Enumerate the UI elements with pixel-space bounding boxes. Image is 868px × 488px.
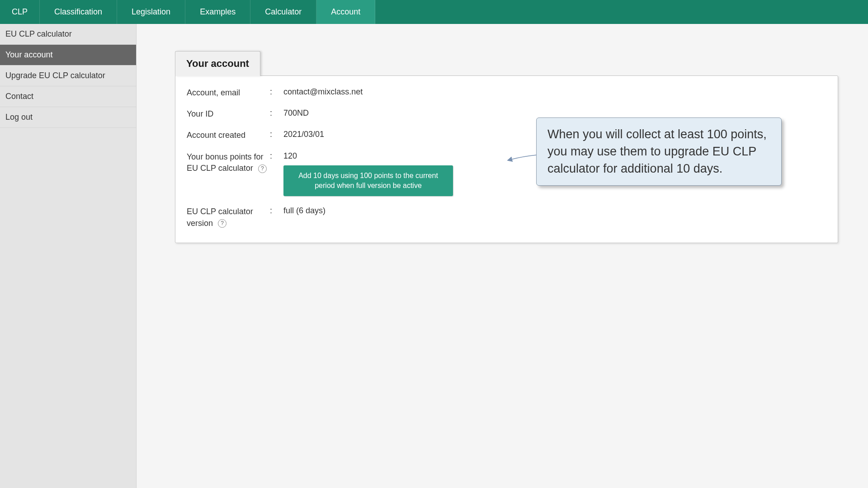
main-container: EU CLP calculator Your account Upgrade E… <box>0 24 868 488</box>
callout-arrow-icon <box>507 153 539 166</box>
value-id: 700ND <box>283 108 826 118</box>
row-email: Account, email : contact@mixclass.net <box>187 87 826 99</box>
panel-wrapper: Your account Account, email : contact@mi… <box>175 51 838 243</box>
sidebar-item-calculator[interactable]: EU CLP calculator <box>0 24 136 45</box>
sidebar-item-logout[interactable]: Log out <box>0 107 136 128</box>
colon: : <box>270 206 283 216</box>
top-nav: CLP Classification Legislation Examples … <box>0 0 868 24</box>
colon: : <box>270 151 283 161</box>
nav-item-clp[interactable]: CLP <box>0 0 40 24</box>
colon: : <box>270 108 283 118</box>
help-icon[interactable]: ? <box>258 164 267 173</box>
label-email: Account, email <box>187 87 270 99</box>
nav-item-legislation[interactable]: Legislation <box>117 0 185 24</box>
label-bonus: Your bonus points for EU CLP calculator … <box>187 151 270 174</box>
panel-title: Your account <box>175 51 260 76</box>
nav-item-account[interactable]: Account <box>316 0 375 24</box>
label-version: EU CLP calculator version ? <box>187 206 270 229</box>
sidebar-item-upgrade[interactable]: Upgrade EU CLP calculator <box>0 66 136 86</box>
row-version: EU CLP calculator version ? : full (6 da… <box>187 206 826 229</box>
sidebar: EU CLP calculator Your account Upgrade E… <box>0 24 137 488</box>
add-days-button[interactable]: Add 10 days using 100 points to the curr… <box>283 165 453 197</box>
sidebar-item-your-account[interactable]: Your account <box>0 45 136 66</box>
value-version: full (6 days) <box>283 206 826 216</box>
content-area: Your account Account, email : contact@mi… <box>137 24 868 488</box>
label-id: Your ID <box>187 108 270 120</box>
colon: : <box>270 130 283 139</box>
nav-item-calculator[interactable]: Calculator <box>250 0 316 24</box>
value-bonus: 120 <box>283 151 297 161</box>
callout-box: When you will collect at least 100 point… <box>536 117 782 186</box>
label-created: Account created <box>187 130 270 141</box>
colon: : <box>270 87 283 97</box>
nav-item-classification[interactable]: Classification <box>40 0 117 24</box>
sidebar-item-contact[interactable]: Contact <box>0 86 136 107</box>
value-email: contact@mixclass.net <box>283 87 826 97</box>
help-icon[interactable]: ? <box>218 219 226 228</box>
label-bonus-text: Your bonus points for EU CLP calculator <box>187 152 263 173</box>
nav-item-examples[interactable]: Examples <box>185 0 250 24</box>
